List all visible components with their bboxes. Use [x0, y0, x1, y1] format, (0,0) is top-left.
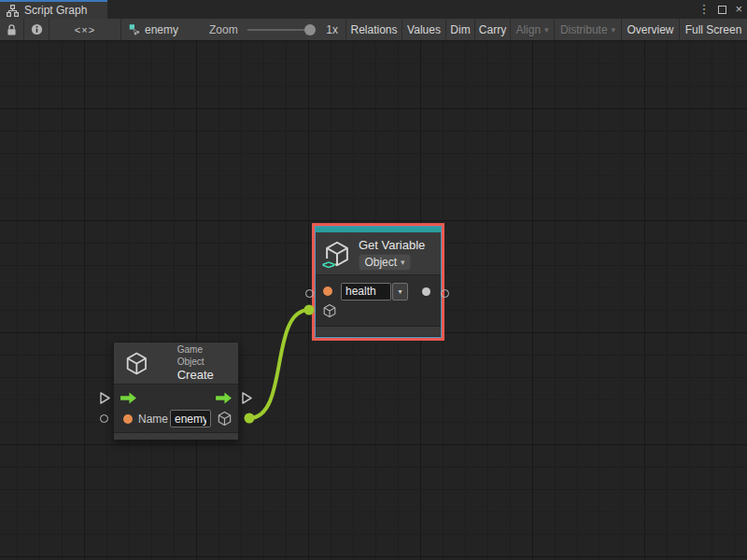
create-node-footer	[114, 432, 238, 440]
selection-inner-border: <> Get Variable Object ▾ ▾	[315, 226, 442, 338]
node-get-variable[interactable]: <> Get Variable Object ▾ ▾	[316, 227, 441, 337]
zoom-slider[interactable]	[247, 24, 317, 35]
zoom-slider-handle[interactable]	[304, 24, 316, 35]
create-node-header: Game Object Create	[114, 343, 238, 384]
value-output-port[interactable]	[441, 289, 449, 298]
variable-name-port-dot[interactable]	[323, 287, 332, 296]
chevron-down-icon: ▾	[401, 258, 405, 267]
object-input-cube-icon[interactable]	[322, 303, 337, 318]
zoom-label: Zoom	[209, 23, 238, 36]
node-get-variable-selected[interactable]: <> Get Variable Object ▾ ▾	[312, 223, 444, 341]
dim-button[interactable]: Dim	[446, 19, 475, 40]
name-port-dot[interactable]	[123, 414, 133, 424]
code-badge-icon: <>	[321, 259, 335, 271]
full-screen-button[interactable]: Full Screen	[680, 19, 747, 40]
carry-button[interactable]: Carry	[475, 19, 511, 40]
relations-button[interactable]: Relations	[346, 19, 402, 40]
flow-out-arrow-icon	[214, 391, 233, 405]
values-button[interactable]: Values	[402, 19, 446, 40]
window-menu-icon[interactable]: ⋮	[698, 0, 710, 19]
node-title: Get Variable	[359, 237, 425, 253]
value-output-dot[interactable]	[422, 287, 430, 296]
zoom-value: 1x	[326, 23, 338, 36]
node-game-object-create[interactable]: Game Object Create Name	[113, 342, 239, 440]
get-variable-header: <> Get Variable Object ▾	[316, 232, 441, 274]
get-variable-footer	[316, 326, 441, 336]
cube-icon	[124, 350, 149, 377]
code-view-button[interactable]: <×>	[49, 19, 121, 40]
get-variable-body: ▾	[316, 274, 441, 326]
lock-icon	[6, 23, 18, 36]
variable-name-input-port[interactable]	[305, 289, 314, 298]
chevron-down-icon: ▾	[612, 25, 616, 35]
code-icon: <×>	[75, 24, 95, 35]
flow-input-port[interactable]	[99, 391, 111, 405]
game-object-output-cube-icon[interactable]	[217, 411, 233, 427]
variable-scope-dropdown[interactable]: Object ▾	[359, 254, 411, 271]
variable-name-input[interactable]	[341, 283, 391, 301]
script-graph-icon	[7, 5, 19, 17]
graph-toolbar: <×> enemy Zoom 1x Relations Values Dim C…	[0, 19, 747, 41]
window-controls: ⋮ ×	[698, 0, 742, 19]
info-icon	[31, 23, 43, 35]
flow-in-arrow-icon	[119, 391, 138, 405]
tab-script-graph[interactable]: Script Graph	[0, 0, 107, 19]
node-category: Game Object	[177, 343, 228, 368]
title-bar: Script Graph ⋮ ×	[0, 0, 747, 19]
name-port-label: Name	[138, 413, 168, 426]
create-node-body: Name	[114, 384, 238, 432]
breadcrumb-graph-name[interactable]: enemy	[145, 23, 178, 36]
name-input[interactable]	[170, 410, 211, 427]
overview-button[interactable]: Overview	[622, 19, 680, 40]
close-icon[interactable]: ×	[735, 0, 742, 19]
align-button[interactable]: Align ▾	[511, 19, 555, 40]
lock-button[interactable]	[0, 19, 24, 40]
chevron-down-icon: ▾	[544, 25, 549, 35]
flow-output-port[interactable]	[241, 391, 253, 405]
chevron-down-icon: ▾	[398, 287, 402, 296]
maximize-icon[interactable]	[718, 6, 726, 14]
name-input-port[interactable]	[100, 414, 108, 423]
distribute-button[interactable]: Distribute ▾	[555, 19, 622, 40]
variable-picker-button[interactable]: ▾	[392, 283, 408, 301]
tab-title: Script Graph	[24, 4, 87, 17]
info-button[interactable]	[24, 19, 49, 40]
graph-breadcrumb-icon	[129, 22, 140, 36]
breadcrumb-zoom-segment: enemy Zoom 1x	[121, 19, 346, 40]
node-title: Create	[177, 368, 228, 383]
